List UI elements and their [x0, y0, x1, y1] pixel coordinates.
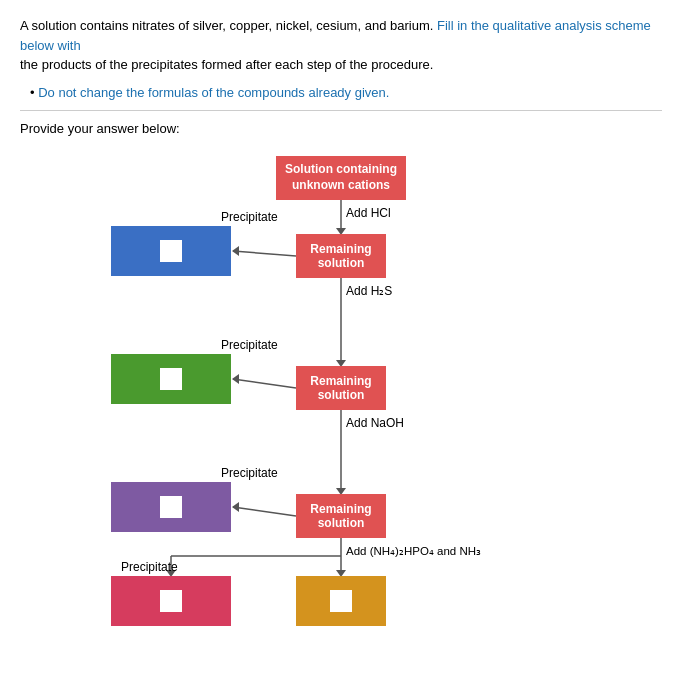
intro-text-1: A solution contains nitrates of silver, …	[20, 18, 437, 33]
intro-paragraph: A solution contains nitrates of silver, …	[20, 16, 662, 75]
yellow-inner-square[interactable]	[330, 590, 352, 612]
remaining3-text: Remaining solution	[310, 502, 371, 530]
svg-line-2	[233, 251, 296, 256]
precipitate-blue-box	[111, 226, 231, 276]
svg-marker-7	[232, 374, 239, 384]
add-naoh-label: Add NaOH	[346, 416, 404, 430]
purple-inner-square[interactable]	[160, 496, 182, 518]
precipitate-yellow-box	[296, 576, 386, 626]
add-h2s-label: Add H₂S	[346, 284, 392, 298]
remaining1-text: Remaining solution	[310, 242, 371, 270]
svg-line-10	[233, 507, 296, 516]
intro-text-3: the products of the precipitates formed …	[20, 57, 433, 72]
blue-inner-square[interactable]	[160, 240, 182, 262]
precipitate2-label: Precipitate	[221, 338, 278, 352]
green-inner-square[interactable]	[160, 368, 182, 390]
precipitate-red-box	[111, 576, 231, 626]
add-h2s-text: Add H₂S	[346, 284, 392, 298]
add-last-label: Add (NH₄)₂HPO₄ and NH₃	[346, 544, 481, 558]
bullet-marker: •	[30, 85, 38, 100]
remaining-solution-3: Remaining solution	[296, 494, 386, 538]
add-hcl-label: Add HCl	[346, 206, 391, 220]
bullet-text: Do not change the formulas of the compou…	[38, 85, 389, 100]
provide-label: Provide your answer below:	[20, 121, 662, 136]
precipitate1-label: Precipitate	[221, 210, 278, 224]
precipitate-green-box	[111, 354, 231, 404]
remaining-solution-1: Remaining solution	[296, 234, 386, 278]
precipitate3-label: Precipitate	[221, 466, 278, 480]
svg-marker-11	[232, 502, 239, 512]
remaining-solution-2: Remaining solution	[296, 366, 386, 410]
remaining2-text: Remaining solution	[310, 374, 371, 402]
solution-start-label: Solution containing unknown cations	[285, 162, 397, 193]
svg-marker-3	[232, 246, 239, 256]
bullet-section: • Do not change the formulas of the comp…	[30, 85, 662, 100]
precipitate4-label: Precipitate	[121, 560, 178, 574]
solution-start-box: Solution containing unknown cations	[276, 156, 406, 200]
precipitate-purple-box	[111, 482, 231, 532]
diagram-container: Solution containing unknown cations Add …	[91, 156, 591, 636]
divider	[20, 110, 662, 111]
svg-line-6	[233, 379, 296, 388]
red-inner-square[interactable]	[160, 590, 182, 612]
